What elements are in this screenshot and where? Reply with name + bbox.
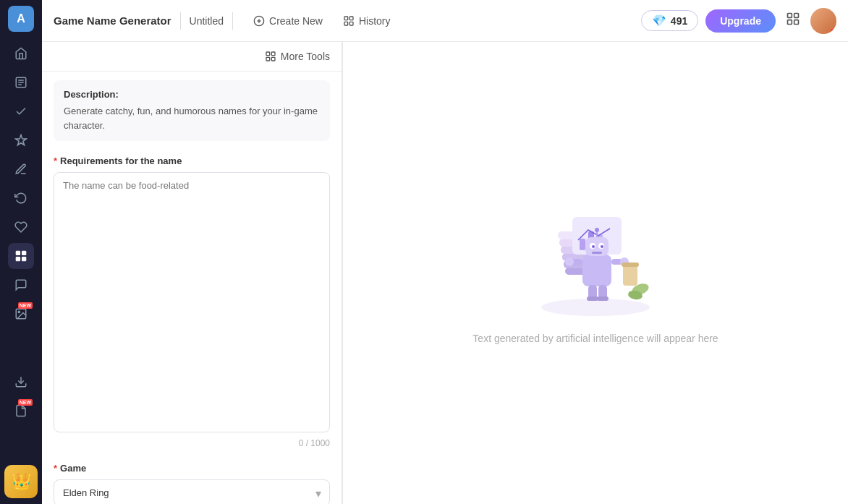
svg-rect-37 <box>582 255 611 286</box>
description-label: Description: <box>64 89 320 100</box>
plus-icon <box>253 15 265 27</box>
new-badge-image: NEW <box>18 302 33 309</box>
new-badge-pages: NEW <box>18 399 33 406</box>
game-section: * Game Elden Ring ▾ <box>42 457 342 504</box>
upgrade-label: Upgrade <box>720 15 761 27</box>
svg-rect-19 <box>794 14 799 18</box>
description-box: Description: Generate catchy, fun, and h… <box>54 80 330 141</box>
left-panel: More Tools Description: Generate catchy,… <box>42 42 342 504</box>
required-star-game: * <box>54 463 57 474</box>
robot-svg <box>516 202 675 318</box>
more-tools-bar: More Tools <box>42 42 342 72</box>
svg-rect-18 <box>788 14 792 18</box>
content-area: More Tools Description: Generate catchy,… <box>42 42 848 504</box>
ai-illustration <box>516 202 675 318</box>
history-button[interactable]: History <box>334 11 399 31</box>
requirements-label: * Requirements for the name <box>54 155 330 166</box>
svg-rect-24 <box>266 57 270 61</box>
svg-point-48 <box>565 257 574 266</box>
header-actions: Create New History <box>245 11 399 31</box>
sidebar-item-pen[interactable] <box>8 156 34 182</box>
more-tools-label: More Tools <box>281 51 330 62</box>
svg-rect-23 <box>271 52 275 56</box>
char-count: 0 / 1000 <box>54 438 330 448</box>
svg-rect-7 <box>22 257 26 261</box>
main-area: Game Name Generator Untitled Create New … <box>42 0 848 504</box>
header-right: 💎 491 Upgrade % <box>641 8 836 34</box>
credits-badge: 💎 491 <box>641 10 698 31</box>
svg-point-41 <box>592 245 595 248</box>
svg-rect-4 <box>16 251 20 255</box>
svg-rect-5 <box>22 251 26 255</box>
sidebar-item-home[interactable] <box>8 40 34 67</box>
sidebar-item-chat[interactable] <box>8 272 34 298</box>
sidebar-item-heart[interactable] <box>8 214 34 240</box>
svg-rect-25 <box>271 57 275 61</box>
requirements-section: * Requirements for the name 0 / 1000 <box>42 150 342 457</box>
svg-rect-15 <box>349 17 353 20</box>
svg-rect-57 <box>597 296 609 301</box>
game-select-wrap: Elden Ring ▾ <box>54 479 330 504</box>
svg-point-26 <box>541 299 650 316</box>
sidebar-item-grid[interactable] <box>8 243 34 269</box>
sidebar-item-new-pages[interactable]: NEW <box>8 398 34 424</box>
percent-badge: % <box>831 29 836 34</box>
sidebar-item-history[interactable] <box>8 185 34 211</box>
upgrade-button[interactable]: Upgrade <box>705 9 776 33</box>
game-select[interactable]: Elden Ring <box>54 479 330 504</box>
right-panel: Text generated by artificial intelligenc… <box>343 42 848 504</box>
header: Game Name Generator Untitled Create New … <box>42 0 848 42</box>
sidebar-item-sparkle[interactable] <box>8 127 34 153</box>
svg-rect-16 <box>344 22 348 25</box>
sidebar: A NEW NEW 👑 <box>0 0 42 504</box>
svg-rect-20 <box>788 20 792 25</box>
svg-rect-43 <box>592 252 602 254</box>
sidebar-item-document[interactable] <box>8 69 34 95</box>
required-star-requirements: * <box>54 155 57 166</box>
svg-point-9 <box>18 311 20 312</box>
svg-rect-56 <box>587 296 598 301</box>
svg-rect-17 <box>349 22 353 25</box>
credits-count: 491 <box>671 15 687 27</box>
sidebar-item-download[interactable] <box>8 369 34 395</box>
requirements-textarea[interactable] <box>54 172 330 432</box>
create-new-label: Create New <box>269 15 323 27</box>
diamond-icon: 💎 <box>652 14 666 27</box>
sidebar-item-new-image[interactable]: NEW <box>8 301 34 327</box>
tools-icon <box>265 51 276 62</box>
svg-point-45 <box>595 228 599 232</box>
svg-rect-50 <box>623 264 637 286</box>
description-text: Generate catchy, fun, and humorous names… <box>64 104 320 132</box>
untitled-tab[interactable]: Untitled <box>190 15 224 27</box>
history-label: History <box>359 15 391 27</box>
svg-rect-21 <box>794 20 799 25</box>
app-logo[interactable]: A <box>8 6 34 32</box>
grid-view-button[interactable] <box>783 9 803 33</box>
svg-point-42 <box>601 245 603 248</box>
user-avatar[interactable]: % <box>810 8 836 34</box>
history-icon <box>343 15 355 27</box>
svg-rect-14 <box>344 17 348 20</box>
app-title: Game Name Generator <box>54 14 171 27</box>
header-divider <box>180 12 181 30</box>
crown-button[interactable]: 👑 <box>4 465 38 498</box>
create-new-button[interactable]: Create New <box>245 11 331 31</box>
empty-state-text: Text generated by artificial intelligenc… <box>472 333 718 344</box>
svg-rect-22 <box>266 52 270 56</box>
more-tools-button[interactable]: More Tools <box>265 51 330 62</box>
header-divider2 <box>232 12 233 30</box>
svg-rect-51 <box>622 262 639 267</box>
svg-rect-34 <box>580 239 585 250</box>
game-label: * Game <box>54 463 330 474</box>
sidebar-item-check[interactable] <box>8 98 34 124</box>
svg-rect-6 <box>16 257 20 261</box>
